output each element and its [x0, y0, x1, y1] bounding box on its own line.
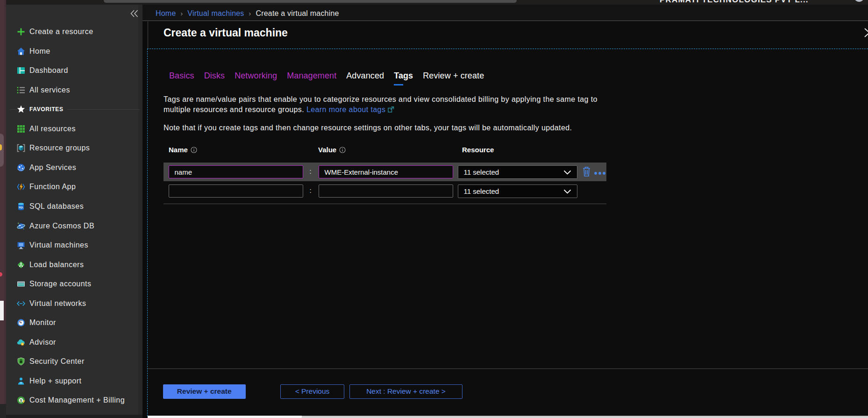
svg-text:$: $	[20, 398, 22, 403]
svg-text:SQL: SQL	[19, 206, 24, 209]
